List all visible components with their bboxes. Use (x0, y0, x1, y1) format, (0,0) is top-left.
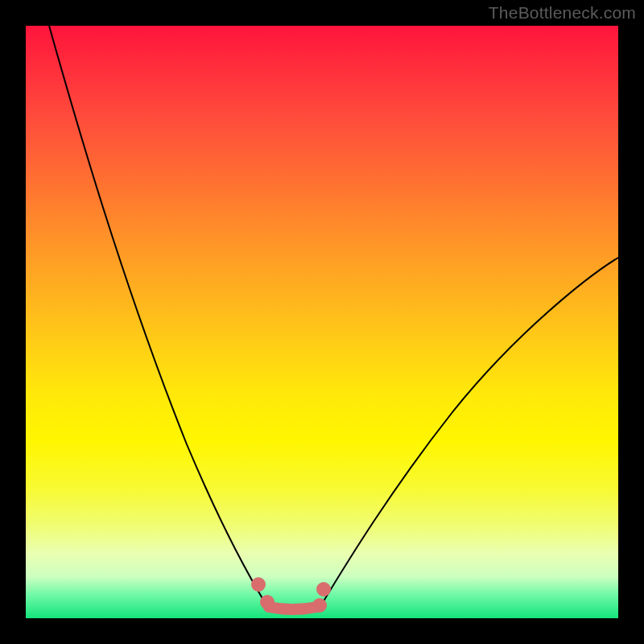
watermark-text: TheBottleneck.com (489, 3, 636, 23)
dot-left-upper (251, 577, 266, 592)
chart-frame: TheBottleneck.com (0, 0, 644, 644)
dot-right-lower (312, 598, 327, 613)
left-curve (49, 26, 266, 604)
dot-right-upper (316, 582, 331, 597)
plot-area (26, 26, 618, 618)
dot-left-lower (260, 595, 275, 609)
valley-floor (269, 607, 317, 609)
right-curve (322, 258, 618, 604)
curve-layer (26, 26, 618, 618)
